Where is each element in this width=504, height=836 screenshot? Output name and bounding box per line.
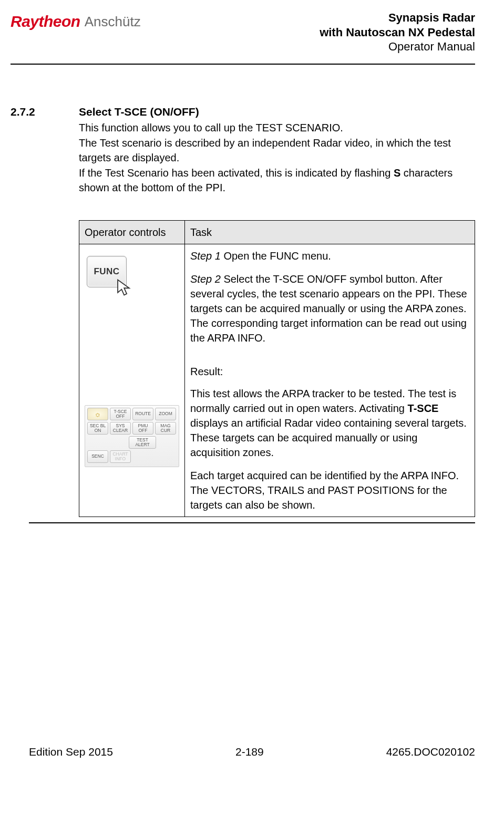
section-title: Select T-SCE (ON/OFF) (79, 104, 475, 119)
footer-doc-id: 4265.DOC020102 (386, 744, 475, 759)
func-button-graphic: FUNC (85, 249, 129, 311)
table-header-controls: Operator controls (79, 220, 185, 244)
company-logo: Raytheon Anschütz (11, 11, 141, 33)
result-label: Result: (190, 364, 469, 379)
procedure-table: Operator controls Task FUNC (79, 220, 475, 517)
panel-btn-pmu: PMU OFF (132, 422, 153, 435)
panel-btn-senc: SENC (87, 450, 108, 463)
panel-btn-tsce: T-SCE OFF (110, 408, 131, 420)
table-header-task: Task (185, 220, 475, 244)
footer-page-number: 2-189 (235, 744, 264, 759)
control-panel-graphic: ☼ T-SCE OFF ROUTE ZOOM SEC BL ON SYS CLE… (85, 405, 179, 467)
panel-btn-route: ROUTE (132, 408, 153, 420)
func-button-icon: FUNC (87, 256, 127, 287)
footer-divider (29, 522, 475, 523)
doc-title-line2: with Nautoscan NX Pedestal (320, 25, 475, 40)
doc-title-line3: Operator Manual (320, 39, 475, 54)
panel-btn-testalert: TEST ALERT (129, 436, 156, 449)
result-paragraph-2: Each target acquired can be identified b… (190, 468, 469, 483)
section-number: 2.7.2 (11, 104, 63, 517)
page-header: Raytheon Anschütz Synapsis Radar with Na… (11, 5, 475, 54)
panel-btn-sysclear: SYS CLEAR (110, 422, 131, 435)
task-cell: Step 1 Open the FUNC menu. Step 2 Select… (185, 244, 475, 517)
doc-title-line1: Synapsis Radar (320, 11, 475, 25)
section-body: 2.7.2 Select T-SCE (ON/OFF) This functio… (11, 104, 475, 517)
cursor-icon (116, 278, 131, 296)
func-button-label: FUNC (94, 265, 119, 278)
step-2: Step 2 Select the T-SCE ON/OFF symbol bu… (190, 272, 469, 345)
page-footer: Edition Sep 2015 2-189 4265.DOC020102 (0, 744, 504, 770)
paragraph-3: If the Test Scenario has been activated,… (79, 166, 475, 195)
panel-btn-zoom: ZOOM (155, 408, 176, 420)
header-divider (11, 64, 475, 65)
panel-btn-brightness: ☼ (87, 408, 108, 420)
footer-edition: Edition Sep 2015 (29, 744, 113, 759)
result-paragraph-1: This test allows the ARPA tracker to be … (190, 386, 469, 460)
logo-primary: Raytheon (11, 11, 80, 33)
panel-btn-chartinfo: CHART INFO (110, 450, 131, 463)
paragraph-1: This function allows you to call up the … (79, 120, 475, 135)
result-paragraph-3: The VECTORS, TRAILS and PAST POSITIONS f… (190, 483, 469, 512)
controls-cell: FUNC ☼ T-SCE OFF ROUTE (79, 244, 185, 517)
logo-secondary: Anschütz (85, 12, 141, 31)
paragraph-2: The Test scenario is described by an ind… (79, 136, 475, 165)
document-title-block: Synapsis Radar with Nautoscan NX Pedesta… (320, 11, 475, 54)
step-1: Step 1 Open the FUNC menu. (190, 249, 469, 263)
panel-btn-secbl: SEC BL ON (87, 422, 108, 435)
panel-btn-magcur: MAG CUR (155, 422, 176, 435)
